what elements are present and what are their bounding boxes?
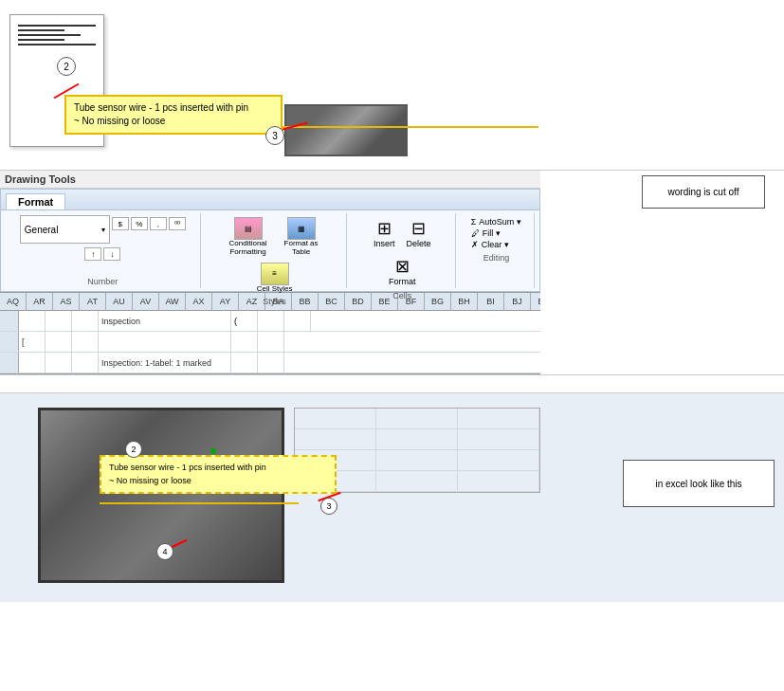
decrease-indent-btn[interactable]: ↓ <box>103 247 120 261</box>
inspection-text: Inspection <box>101 317 140 326</box>
autosum-label: AutoSum <box>479 217 514 227</box>
delete-icon: ⊟ <box>411 218 426 239</box>
cell-1-2[interactable] <box>46 311 72 331</box>
number-group-buttons: General ▾ $ % , ⁰⁰ ↑ ↓ <box>11 215 194 275</box>
cell-3-1[interactable] <box>19 353 46 373</box>
delete-label: Delete <box>407 239 431 248</box>
format-btn[interactable]: ⊠ Format <box>384 253 421 289</box>
fill-arrow: ▾ <box>496 228 501 238</box>
cell-2-5[interactable] <box>231 332 258 352</box>
cell-2-3[interactable] <box>72 332 99 352</box>
comma-btn[interactable]: , <box>150 217 167 230</box>
cell-2-2[interactable] <box>46 332 72 352</box>
autosum-btn[interactable]: Σ AutoSum ▾ <box>471 217 522 227</box>
callout-3-top: 3 <box>265 126 284 145</box>
yellow-text-1: Tube sensor wire - 1 pcs inserted with p… <box>74 101 273 115</box>
number-group: General ▾ $ % , ⁰⁰ ↑ ↓ Number <box>6 213 201 288</box>
bg-cell-12[interactable] <box>458 471 539 491</box>
cell-3-3[interactable] <box>72 353 99 373</box>
row-num-2 <box>0 332 19 352</box>
doc-line-4 <box>18 39 64 41</box>
bottom-left: Tube sensor wire - 1 pcs inserted with p… <box>0 403 294 592</box>
doc-line-1 <box>18 25 96 27</box>
fmt-table-icon: ▦ <box>287 217 316 240</box>
col-header-BB: BB <box>292 293 319 310</box>
decrease-dec-btn[interactable]: ⁰⁰ <box>169 217 186 230</box>
cell-3-6[interactable] <box>258 353 284 373</box>
col-header-BC: BC <box>319 293 345 310</box>
top-section: 2 Tube sensor wire - 1 pcs inserted with… <box>0 0 784 171</box>
col-header-AT: AT <box>80 293 106 310</box>
callout-2-top: 2 <box>57 57 76 76</box>
cell-2-6[interactable] <box>258 332 284 352</box>
col-header-AS: AS <box>53 293 80 310</box>
row-num-1 <box>0 311 19 331</box>
col-header-AX: AX <box>186 293 212 310</box>
wording-callout-box: wording is cut off <box>642 175 765 209</box>
tab-format[interactable]: Format <box>6 193 65 209</box>
drawing-tools-bar: Drawing Tools <box>0 171 540 189</box>
bg-cell-3[interactable] <box>458 409 539 428</box>
col-header-BD: BD <box>345 293 372 310</box>
bg-cell-6[interactable] <box>458 429 539 449</box>
bg-row-1 <box>295 409 539 429</box>
sigma-icon: Σ <box>471 217 477 227</box>
insert-btn[interactable]: ⊞ Insert <box>369 215 400 251</box>
doc-line-5 <box>18 44 96 45</box>
fill-btn[interactable]: 🖊 Fill ▾ <box>471 228 522 238</box>
align-left-btn[interactable]: $ <box>112 217 129 230</box>
format-as-table-btn[interactable]: ▦ Format as Table <box>276 215 327 259</box>
bg-cell-2[interactable] <box>376 409 458 428</box>
fill-label: Fill <box>483 228 494 238</box>
bg-cell-5[interactable] <box>376 429 458 449</box>
col-header-AR: AR <box>27 293 53 310</box>
callout-3-label: 3 <box>272 131 278 141</box>
cells-group-buttons: ⊞ Insert ⊟ Delete ⊠ Format <box>356 215 450 289</box>
col-header-AQ: AQ <box>0 293 27 310</box>
general-dropdown[interactable]: General ▾ <box>20 215 110 244</box>
cell-1-5[interactable]: ( <box>231 311 258 331</box>
col-header-BK: BK <box>531 293 540 310</box>
callout-4-bottom-label: 4 <box>162 547 167 556</box>
cell-1-6[interactable] <box>258 311 284 331</box>
cond-fmt-icon: ▤ <box>234 217 263 240</box>
yellow-box-top: Tube sensor wire - 1 pcs inserted with p… <box>64 95 283 135</box>
cell-1-7[interactable] <box>284 311 311 331</box>
wording-callout-text: wording is cut off <box>668 187 739 197</box>
clear-btn[interactable]: ✗ Clear ▾ <box>471 240 522 249</box>
col-header-BH: BH <box>451 293 478 310</box>
bg-cell-4[interactable] <box>295 429 376 449</box>
delete-btn[interactable]: ⊟ Delete <box>402 215 436 251</box>
cell-1-1[interactable] <box>19 311 46 331</box>
bottom-yellow-text-2: ~ No missing or loose <box>109 475 327 488</box>
cell-1-wide[interactable]: Inspection <box>99 311 231 331</box>
cell-styles-btn[interactable]: ≡ Cell Styles <box>255 261 295 296</box>
bg-cell-9[interactable] <box>458 450 539 470</box>
bottom-right: in excel look like this <box>294 403 784 592</box>
img-placeholder-top <box>284 104 408 156</box>
cell-1-3[interactable] <box>72 311 99 331</box>
cell-3-wide[interactable]: Inspection: 1-tabel: 1 marked <box>99 353 231 373</box>
yellow-text-2: ~ No missing or loose <box>74 115 273 128</box>
cell-3-5[interactable] <box>231 353 258 373</box>
doc-line-2 <box>18 29 64 31</box>
cell-2-1[interactable]: [ <box>19 332 46 352</box>
callout-4-bottom: 4 <box>156 543 173 560</box>
styles-group: ▤ Conditional Formatting ▦ Format as Tab… <box>204 213 347 288</box>
green-dot <box>210 448 216 454</box>
percent-btn[interactable]: % <box>131 217 148 230</box>
cell-2-wide[interactable] <box>99 332 231 352</box>
bg-cell-11[interactable] <box>376 471 458 491</box>
conditional-formatting-btn[interactable]: ▤ Conditional Formatting <box>223 215 274 259</box>
bg-row-2 <box>295 429 539 450</box>
excel-grid: Inspection ( [ Inspection: 1-tabel: 1 ma… <box>0 311 540 374</box>
increase-indent-btn[interactable]: ↑ <box>84 247 101 261</box>
bg-cell-1[interactable] <box>295 409 376 428</box>
col-header-BJ: BJ <box>504 293 531 310</box>
cell-3-2[interactable] <box>46 353 72 373</box>
col-header-BG: BG <box>425 293 451 310</box>
insert-icon: ⊞ <box>377 218 392 239</box>
row-num-3 <box>0 353 19 373</box>
callout-3-bottom: 3 <box>320 498 337 515</box>
bg-cell-8[interactable] <box>376 450 458 470</box>
